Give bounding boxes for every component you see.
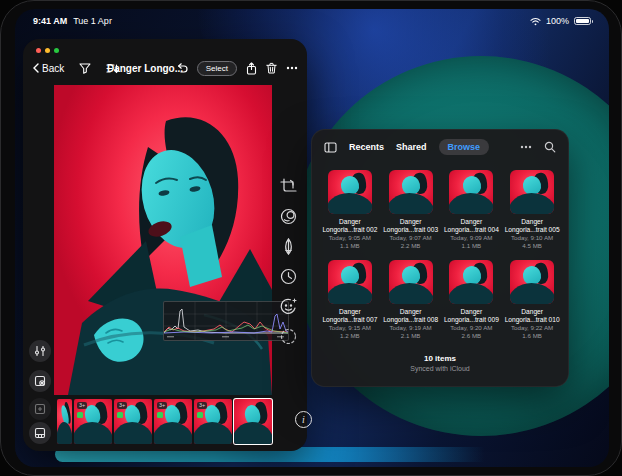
file-date: Today, 9:15 AM — [329, 324, 371, 332]
edited-indicator — [197, 412, 203, 418]
file-item[interactable]: DangerLongoria...trait 003 Today, 9:07 A… — [383, 170, 439, 250]
file-item[interactable]: DangerLongoria...trait 004 Today, 9:09 A… — [444, 170, 500, 250]
battery-percent: 100% — [546, 16, 569, 26]
edited-indicator — [117, 412, 123, 418]
filmstrip: 3+ 3+ 3+ 3+ — [57, 399, 272, 444]
filmstrip-thumb[interactable] — [57, 399, 72, 444]
file-browser-panel: Recents Shared Browse DangerLongoria...t… — [311, 129, 569, 387]
trash-icon[interactable] — [266, 62, 277, 74]
undo-icon[interactable] — [176, 63, 188, 73]
file-thumbnail — [389, 170, 433, 214]
clock-icon[interactable] — [279, 267, 298, 286]
wifi-icon — [530, 17, 541, 26]
file-size: 1.1 MB — [340, 242, 360, 250]
file-item[interactable]: DangerLongoria...trait 010 Today, 9:22 A… — [504, 260, 560, 340]
file-size: 2.6 MB — [462, 332, 482, 340]
more-icon[interactable] — [520, 145, 532, 149]
file-thumbnail — [449, 170, 493, 214]
file-name: DangerLongoria...trait 008 — [383, 308, 438, 324]
retouch-face-icon[interactable] — [279, 297, 298, 316]
file-name: DangerLongoria...trait 005 — [505, 218, 560, 234]
sync-status: Synced with iCloud — [312, 365, 568, 372]
file-date: Today, 9:07 AM — [390, 234, 432, 242]
item-count: 10 items — [312, 354, 568, 363]
heal-icon[interactable] — [279, 327, 298, 346]
edit-count-badge: 3+ — [157, 402, 167, 409]
file-item[interactable]: DangerLongoria...trait 007 Today, 9:15 A… — [322, 260, 378, 340]
adjust-icon[interactable] — [279, 237, 298, 256]
crop-icon[interactable] — [279, 177, 298, 196]
file-date: Today, 9:05 AM — [329, 234, 371, 242]
file-size: 2.2 MB — [401, 242, 421, 250]
file-name: DangerLongoria...trait 003 — [383, 218, 438, 234]
main-photo-canvas[interactable] — [54, 85, 272, 395]
tab-recents[interactable]: Recents — [349, 142, 384, 152]
filmstrip-thumb[interactable]: 3+ — [114, 399, 152, 444]
file-name: DangerLongoria...trait 009 — [444, 308, 499, 324]
browser-footer: 10 items Synced with iCloud — [312, 354, 568, 372]
library-button[interactable] — [29, 422, 51, 444]
export-settings-button[interactable] — [29, 370, 51, 392]
file-item[interactable]: DangerLongoria...trait 002 Today, 9:05 A… — [322, 170, 378, 250]
browser-header: Recents Shared Browse — [312, 130, 568, 164]
window-close-icon[interactable] — [36, 48, 41, 53]
file-thumbnail — [510, 260, 554, 304]
edit-count-badge: 3+ — [197, 402, 207, 409]
file-date: Today, 9:22 AM — [511, 324, 553, 332]
filmstrip-thumb[interactable]: 3+ — [74, 399, 112, 444]
file-date: Today, 9:09 AM — [450, 234, 492, 242]
editor-window: Back Danger Longo... Select — [23, 39, 307, 451]
edited-indicator — [157, 412, 163, 418]
info-button[interactable]: i — [295, 411, 312, 428]
file-size: 1.6 MB — [522, 332, 542, 340]
file-item[interactable]: DangerLongoria...trait 005 Today, 9:10 A… — [504, 170, 560, 250]
file-thumbnail — [510, 170, 554, 214]
file-item[interactable]: DangerLongoria...trait 009 Today, 9:20 A… — [444, 260, 500, 340]
tab-browse[interactable]: Browse — [439, 139, 490, 155]
file-thumbnail — [328, 260, 372, 304]
tool-rail — [273, 177, 303, 346]
file-size: 2.1 MB — [401, 332, 421, 340]
more-icon[interactable] — [286, 66, 298, 70]
filmstrip-thumb-selected[interactable] — [234, 399, 272, 444]
ipad-screen: 9:41 AM Tue 1 Apr 100% — [15, 9, 609, 467]
status-date: Tue 1 Apr — [73, 16, 112, 26]
file-size: 4.5 MB — [522, 242, 542, 250]
edit-count-badge: 3+ — [117, 402, 127, 409]
copy-edits-button[interactable] — [29, 398, 51, 420]
window-controls[interactable] — [36, 48, 59, 53]
filters-icon[interactable] — [279, 207, 298, 226]
editor-toolbar: Back Danger Longo... Select — [23, 56, 307, 80]
file-date: Today, 9:10 AM — [511, 234, 553, 242]
file-size: 1.2 MB — [340, 332, 360, 340]
file-date: Today, 9:20 AM — [450, 324, 492, 332]
file-thumbnail — [389, 260, 433, 304]
search-icon[interactable] — [544, 141, 556, 153]
file-size: 1.1 MB — [462, 242, 482, 250]
window-minimize-icon[interactable] — [45, 48, 50, 53]
file-thumbnail — [328, 170, 372, 214]
file-name: DangerLongoria...trait 010 — [505, 308, 560, 324]
window-zoom-icon[interactable] — [54, 48, 59, 53]
ipad-device: 9:41 AM Tue 1 Apr 100% — [0, 0, 622, 476]
file-date: Today, 9:19 AM — [390, 324, 432, 332]
presets-button[interactable] — [29, 340, 51, 362]
file-grid: DangerLongoria...trait 002 Today, 9:05 A… — [322, 170, 560, 340]
edited-indicator — [77, 412, 83, 418]
select-button[interactable]: Select — [197, 61, 237, 76]
status-bar: 9:41 AM Tue 1 Apr 100% — [15, 13, 609, 29]
edit-count-badge: 3+ — [77, 402, 87, 409]
file-name: DangerLongoria...trait 007 — [322, 308, 377, 324]
filmstrip-thumb[interactable]: 3+ — [154, 399, 192, 444]
file-thumbnail — [449, 260, 493, 304]
sidebar-icon[interactable] — [324, 142, 337, 153]
filmstrip-thumb[interactable]: 3+ — [194, 399, 232, 444]
file-item[interactable]: DangerLongoria...trait 008 Today, 9:19 A… — [383, 260, 439, 340]
tab-shared[interactable]: Shared — [396, 142, 427, 152]
file-name: DangerLongoria...trait 002 — [322, 218, 377, 234]
file-name: DangerLongoria...trait 004 — [444, 218, 499, 234]
histogram-panel — [163, 301, 289, 341]
status-time: 9:41 AM — [33, 16, 67, 26]
battery-icon — [574, 17, 591, 25]
share-icon[interactable] — [246, 62, 257, 75]
